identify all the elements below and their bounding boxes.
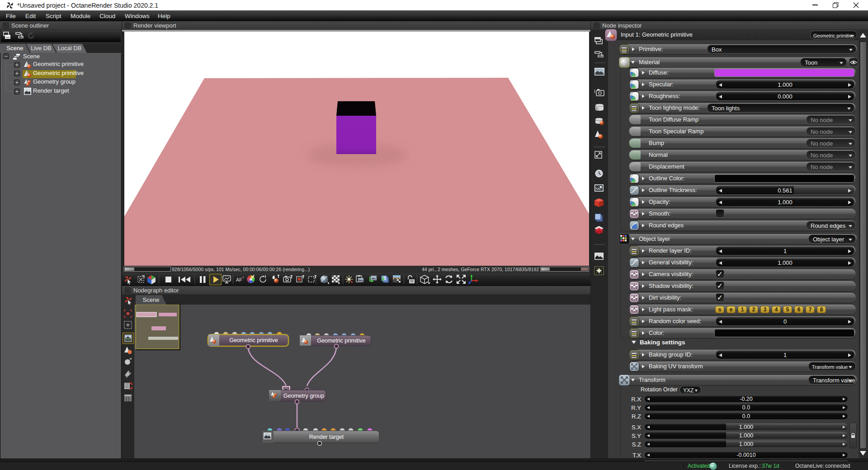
- svg-text:Geometric primitive: Geometric primitive: [317, 338, 366, 344]
- svg-text:Geometry group: Geometry group: [283, 393, 324, 399]
- svg-text:i: i: [243, 275, 244, 279]
- svg-text:Geometric primitive: Geometric primitive: [229, 337, 278, 343]
- svg-text:AF: AF: [236, 277, 242, 282]
- svg-text:Render target: Render target: [309, 434, 344, 440]
- svg-text:I: I: [594, 89, 595, 94]
